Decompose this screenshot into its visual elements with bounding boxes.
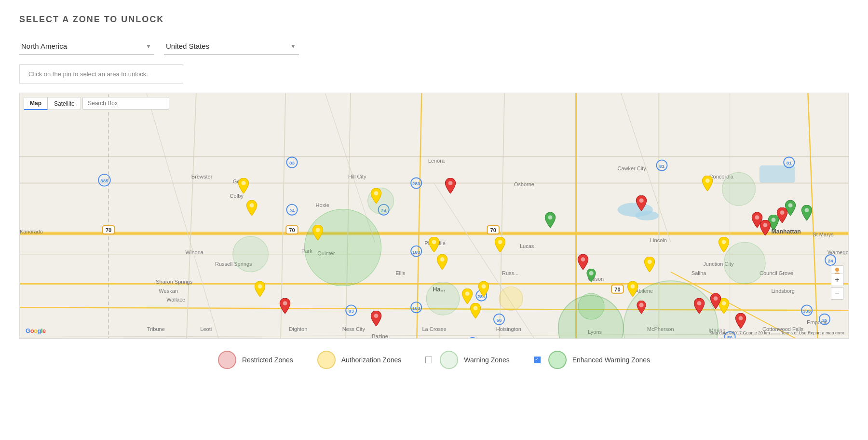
- map-container[interactable]: Brewster Hill City Lenora Osborne Cawker…: [19, 93, 849, 339]
- pin-red-beloit[interactable]: [636, 195, 647, 211]
- google-g: G: [26, 327, 30, 334]
- legend-authorization: Authorization Zones: [317, 351, 402, 369]
- svg-text:Kanorado: Kanorado: [20, 229, 43, 234]
- region-dropdown-wrapper: North America South America Europe Asia …: [19, 38, 154, 55]
- pin-red-ellsworth[interactable]: [577, 254, 589, 270]
- svg-point-154: [426, 282, 460, 315]
- pin-red-newton2[interactable]: [710, 293, 721, 309]
- google-logo: Google: [26, 327, 46, 334]
- pin-green-5[interactable]: [801, 205, 813, 220]
- svg-text:Lincoln: Lincoln: [650, 237, 667, 243]
- svg-text:Salina: Salina: [692, 270, 707, 276]
- pin-red-hutchinson[interactable]: [636, 301, 647, 316]
- pin-red-wichita[interactable]: [735, 313, 746, 329]
- svg-rect-6: [20, 232, 848, 235]
- svg-point-150: [233, 236, 269, 272]
- pin-red-manhattan1[interactable]: [776, 207, 788, 223]
- svg-text:Tribune: Tribune: [147, 326, 165, 332]
- pin-red-manhattan3[interactable]: [760, 220, 771, 235]
- svg-text:Hoisington: Hoisington: [496, 326, 521, 332]
- map-tab[interactable]: Map: [24, 97, 48, 110]
- svg-point-164: [432, 240, 436, 244]
- map-search-container: [82, 97, 169, 110]
- svg-text:Dighton: Dighton: [289, 326, 307, 332]
- pin-yellow-russell[interactable]: [494, 237, 506, 252]
- enhanced-label: Enhanced Warning Zones: [572, 356, 650, 364]
- pin-green-salina[interactable]: [585, 269, 597, 284]
- svg-text:Osborne: Osborne: [514, 181, 534, 187]
- pin-yellow-scott[interactable]: [254, 281, 266, 297]
- pin-yellow-colby[interactable]: [246, 200, 258, 216]
- svg-point-161: [241, 181, 245, 185]
- pin-yellow-2[interactable]: [718, 237, 730, 252]
- instruction-text: Click on the pin to select an area to un…: [28, 70, 148, 78]
- enhanced-zone-icon: [548, 351, 567, 369]
- pin-yellow-gem[interactable]: [238, 178, 249, 193]
- svg-point-179: [788, 203, 792, 207]
- zoom-out-button[interactable]: −: [831, 287, 843, 300]
- google-g2: g: [38, 327, 41, 334]
- zoom-controls: + −: [831, 274, 843, 300]
- svg-point-162: [316, 228, 320, 232]
- zone-circle-green-1: [304, 209, 381, 286]
- svg-text:Winona: Winona: [186, 249, 204, 255]
- svg-point-166: [498, 240, 502, 244]
- svg-point-188: [697, 301, 701, 305]
- svg-text:70: 70: [106, 227, 111, 233]
- warning-checkbox[interactable]: [425, 357, 432, 363]
- pin-yellow-mcpherson[interactable]: [627, 281, 638, 297]
- svg-text:Bazine: Bazine: [372, 333, 388, 338]
- pin-yellow-hays2[interactable]: [436, 254, 448, 270]
- pin-yellow-salina[interactable]: [644, 257, 655, 272]
- svg-text:Brewster: Brewster: [191, 174, 213, 179]
- zoom-in-button[interactable]: +: [831, 274, 843, 286]
- svg-text:35: 35: [822, 317, 827, 323]
- svg-point-160: [250, 203, 254, 207]
- map-background: Brewster Hill City Lenora Osborne Cawker…: [20, 93, 848, 338]
- pin-red-gardencity[interactable]: [279, 298, 291, 314]
- warning-zone-icon: [440, 351, 458, 369]
- svg-text:Hoxie: Hoxie: [316, 202, 329, 208]
- pin-red-dodge[interactable]: [370, 311, 382, 326]
- svg-point-2: [635, 211, 659, 220]
- pin-green-1[interactable]: [544, 212, 556, 228]
- pin-yellow-greatbend1[interactable]: [478, 281, 489, 297]
- svg-point-176: [548, 216, 552, 220]
- pin-yellow-concordia[interactable]: [702, 176, 713, 191]
- svg-text:81: 81: [659, 164, 665, 169]
- restricted-zone-icon: [218, 351, 236, 369]
- google-e: e: [42, 327, 46, 334]
- country-dropdown[interactable]: United States Canada Mexico: [164, 38, 299, 55]
- svg-text:Sharon Springs: Sharon Springs: [156, 279, 193, 285]
- dropdowns-row: North America South America Europe Asia …: [19, 38, 849, 55]
- svg-point-172: [473, 306, 477, 311]
- svg-point-170: [482, 284, 486, 289]
- map-view-tabs: Map Satellite: [24, 97, 81, 110]
- pin-yellow-hays1[interactable]: [428, 237, 440, 252]
- pin-yellow-dodge[interactable]: [470, 303, 481, 318]
- region-dropdown[interactable]: North America South America Europe Asia …: [19, 38, 154, 55]
- svg-point-183: [581, 257, 585, 261]
- satellite-tab[interactable]: Satellite: [48, 97, 81, 110]
- pin-yellow-hillcity[interactable]: [370, 188, 382, 204]
- map-search-input[interactable]: [82, 97, 169, 110]
- svg-point-180: [805, 208, 809, 212]
- svg-point-153: [724, 242, 765, 284]
- svg-text:Lenora: Lenora: [428, 158, 445, 164]
- pin-yellow-quinter[interactable]: [312, 225, 324, 240]
- svg-point-177: [589, 271, 594, 275]
- enhanced-checkbox[interactable]: [534, 357, 541, 363]
- page-title: SELECT A ZONE TO UNLOCK: [19, 14, 849, 25]
- svg-point-169: [631, 284, 635, 289]
- pin-red-newton1[interactable]: [693, 298, 705, 314]
- svg-text:Leoti: Leoti: [200, 326, 212, 332]
- restricted-label: Restricted Zones: [242, 356, 293, 364]
- pin-yellow-greatbend2[interactable]: [461, 289, 473, 304]
- svg-text:83: 83: [349, 308, 354, 314]
- svg-text:Ellis: Ellis: [395, 270, 406, 276]
- pin-red-stockton[interactable]: [445, 178, 456, 193]
- svg-point-181: [448, 181, 453, 185]
- svg-text:56: 56: [497, 317, 502, 323]
- svg-text:Wamego: Wamego: [827, 249, 848, 255]
- svg-text:70: 70: [614, 287, 620, 292]
